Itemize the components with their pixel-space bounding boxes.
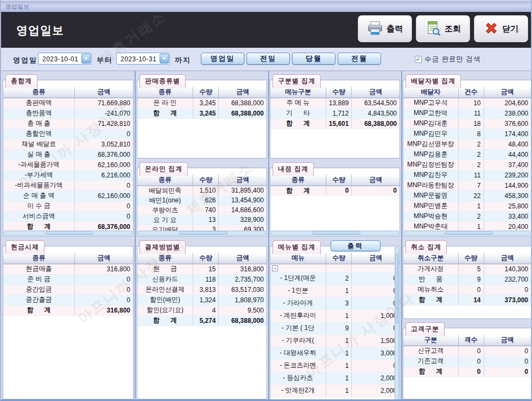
panel-tab-payment-method[interactable]: 결제방법별 <box>140 240 186 254</box>
table-row[interactable]: 합 계3,24568,388,000 <box>137 108 267 118</box>
range-button-prev-day[interactable]: 전일 <box>246 53 290 65</box>
table-row[interactable]: 중간출금0 <box>3 295 133 305</box>
column-header[interactable]: 금액 <box>484 87 531 98</box>
table-row[interactable]: 채널 배달료3,052,810 <box>3 139 133 149</box>
date-to-select[interactable]: 2023-10-31 ▼ <box>116 53 170 65</box>
menu-print-button[interactable]: 출력 <box>331 240 381 251</box>
panel-tab-customer-type[interactable]: 고객구분 <box>406 322 445 336</box>
range-button-business-day[interactable]: 영업일 <box>201 53 244 65</box>
table-row[interactable]: MNP문필영22458,300 <box>403 190 531 201</box>
column-header[interactable]: 종류 <box>3 87 74 98</box>
table-row[interactable]: 신규고객00 <box>403 346 531 356</box>
table-row[interactable]: - 등심카츠12,000 <box>270 372 400 384</box>
chevron-down-icon[interactable]: ▼ <box>81 54 91 63</box>
table-row[interactable]: 기 타1,7124,843,500 <box>270 108 400 118</box>
column-header[interactable]: 수량 <box>193 87 219 98</box>
horizontal-scrollbar[interactable] <box>404 231 530 235</box>
table-row[interactable]: - 가라아게30 <box>270 297 400 309</box>
table-row[interactable]: MNP김대훈18376,600 <box>403 118 531 129</box>
table-row[interactable]: 기존고객00 <box>403 356 531 366</box>
table-row[interactable]: - 계란후라이11,000 <box>270 309 400 322</box>
table-row[interactable]: 가게사정5140,300 <box>403 264 531 274</box>
table-row[interactable]: -부가세액6,216,000 <box>3 170 133 180</box>
scrollbar-thumb[interactable] <box>179 232 227 234</box>
table-row[interactable]: MNP김용훈244,400 <box>403 149 531 160</box>
range-button-prev-month[interactable]: 전월 <box>338 53 381 65</box>
column-header[interactable]: 금액 <box>352 87 400 98</box>
table-row[interactable]: - 기쿠라게(11,500 <box>270 334 400 347</box>
table-row[interactable]: MNP라동한팀장7144,900 <box>403 180 531 190</box>
column-header[interactable]: 수량 <box>193 175 219 186</box>
table-row[interactable]: MNP고한덕11238,000 <box>403 108 531 118</box>
horizontal-scrollbar[interactable] <box>4 231 132 235</box>
table-row[interactable]: 배민1(one)62613,454,900 <box>137 195 267 205</box>
column-header[interactable]: 종류 <box>3 253 74 264</box>
table-row[interactable]: MNP민병훈125,800 <box>403 201 531 211</box>
table-row[interactable]: 현 금15316,800 <box>137 264 267 274</box>
table-row[interactable]: 총 매 출71,428,810 <box>3 118 133 129</box>
column-header[interactable]: 배달자 <box>403 87 458 98</box>
column-header[interactable]: 금액 <box>74 253 133 264</box>
table-row[interactable]: 신용카드1182,735,700 <box>137 274 267 284</box>
table-row[interactable]: -비과세물품가액0 <box>3 180 133 190</box>
collected-only-checkbox[interactable]: ✓ 수금 완료만 검색 <box>415 55 480 64</box>
horizontal-scrollbar[interactable] <box>271 231 399 235</box>
horizontal-scrollbar[interactable] <box>138 231 266 235</box>
table-row[interactable]: 반 품9232,700 <box>403 274 531 284</box>
table-row[interactable]: 주 메 뉴13,88963,544,500 <box>270 98 400 108</box>
column-header[interactable]: 종류 <box>137 253 193 264</box>
panel-tab-sales-type[interactable]: 판매종류별 <box>140 74 186 88</box>
column-header[interactable]: 금액 <box>74 87 133 98</box>
table-row[interactable]: 온 라 인3,24568,388,000 <box>137 98 267 108</box>
close-button[interactable]: 닫기 <box>474 15 528 42</box>
column-header[interactable]: 금액 <box>484 335 531 346</box>
table-row[interactable]: -과세물품가액62,160,000 <box>3 160 133 170</box>
table-row[interactable]: - 기본 ( 1단90 <box>270 322 400 334</box>
column-header[interactable]: 금액 <box>219 87 267 98</box>
column-header[interactable]: 구분 <box>403 335 458 346</box>
table-row[interactable]: 중간입금0 <box>3 284 133 295</box>
window-titlebar[interactable]: 영업일보 <box>1 0 531 12</box>
table-row[interactable]: MNP박승현233,400 <box>403 211 531 221</box>
column-header[interactable]: 종류 <box>270 175 326 186</box>
table-row[interactable]: MNP김민우8174,400 <box>403 129 531 139</box>
chevron-down-icon[interactable]: ▼ <box>160 54 169 63</box>
panel-tab-grand-total[interactable]: 총합계 <box>5 74 37 88</box>
column-header[interactable]: 수량 <box>458 253 484 264</box>
table-row[interactable]: - 1인분10 <box>270 284 400 297</box>
table-row[interactable]: 준 비 금0 <box>3 274 133 284</box>
column-header[interactable]: 취소구분 <box>403 253 458 264</box>
scrollbar-thumb[interactable] <box>45 232 93 234</box>
table-row[interactable]: MNP김찬우11239,200 <box>403 170 531 180</box>
date-from-select[interactable]: 2023-10-01 ▼ <box>38 53 92 65</box>
table-row[interactable]: 할인(배민)1,3241,808,970 <box>137 295 267 305</box>
table-row[interactable]: 순 매 출 액62,160,000 <box>3 190 133 201</box>
table-row[interactable]: 온라인선결제3,81363,517,030 <box>137 284 267 295</box>
column-header[interactable]: 종류 <box>137 175 193 186</box>
panel-tab-walkin-summary[interactable]: 내점 집계 <box>273 162 314 176</box>
table-row[interactable]: 쿠팡이츠74014,686,600 <box>137 205 267 215</box>
scrollbar-thumb[interactable] <box>445 232 492 234</box>
column-header[interactable]: 건수 <box>458 87 484 98</box>
column-header[interactable]: 객수 <box>458 335 484 346</box>
scrollbar-thumb[interactable] <box>396 253 398 323</box>
column-header[interactable]: 수량 <box>326 87 352 98</box>
panel-tab-deliverer-summary[interactable]: 배달자별 집계 <box>406 74 461 88</box>
table-row[interactable]: 합 계00 <box>270 186 400 195</box>
table-row[interactable]: MNP김선영부장248,400 <box>403 139 531 149</box>
table-row[interactable]: - 대왕새우튀13,000 <box>270 347 400 359</box>
table-row[interactable]: − <box>270 264 400 272</box>
table-row[interactable]: 서비스금액0 <box>3 211 133 221</box>
panel-tab-division-summary[interactable]: 구분별 집계 <box>273 74 321 88</box>
panel-tab-online-summary[interactable]: 온라인 집계 <box>140 162 188 176</box>
table-row[interactable]: 합 계5,27468,388,000 <box>137 315 267 326</box>
table-row[interactable]: MNP김정빈팀장237,400 <box>403 160 531 170</box>
table-row[interactable]: 실 매 출68,376,000 <box>3 149 133 160</box>
column-header[interactable]: 금액 <box>219 175 267 186</box>
column-header[interactable]: 수량 <box>326 253 352 264</box>
print-button[interactable]: 출력 <box>358 15 412 42</box>
column-header[interactable]: 수량 <box>193 253 219 264</box>
scrollbar-thumb[interactable] <box>312 232 360 234</box>
column-header[interactable]: 금액 <box>484 253 531 264</box>
table-row[interactable]: 총반품액-241,070 <box>3 108 133 118</box>
